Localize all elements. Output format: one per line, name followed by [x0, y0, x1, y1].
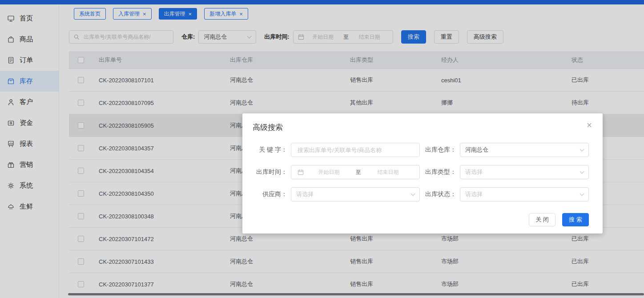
modal-date-range-picker[interactable]: 开始日期 至 结束日期 [291, 165, 420, 179]
close-icon[interactable]: × [587, 121, 592, 129]
modal-type-label: 出库类型： [423, 168, 456, 176]
keyword-label: 关 键 字： [253, 146, 287, 154]
keyword-input[interactable] [297, 146, 414, 154]
modal-footer: 关 闭 搜 索 [529, 213, 589, 226]
modal-status-placeholder: 请选择 [465, 190, 483, 198]
modal-close-button[interactable]: 关 闭 [529, 213, 555, 226]
end-date-placeholder: 结束日期 [363, 169, 413, 176]
modal-warehouse-select[interactable]: 河南总仓 [460, 143, 589, 157]
advanced-search-form: 关 键 字： 出库仓库： 河南总仓 出库时间： 开始日期 至 结束日期 出库类型… [253, 143, 589, 201]
chevron-down-icon [411, 191, 415, 196]
modal-time-label: 出库时间： [253, 168, 287, 176]
modal-warehouse-value: 河南总仓 [465, 146, 488, 154]
modal-supplier-label: 供应商： [253, 190, 287, 198]
modal-status-select[interactable]: 请选择 [460, 187, 589, 201]
modal-title: 高级搜索 [253, 122, 589, 133]
modal-type-select[interactable]: 请选择 [460, 165, 589, 179]
keyword-input-box[interactable] [291, 143, 420, 157]
chevron-down-icon [580, 169, 584, 173]
modal-status-label: 出库状态： [423, 190, 456, 198]
modal-warehouse-label: 出库仓库： [423, 146, 456, 154]
chevron-down-icon [580, 191, 584, 196]
start-date-placeholder: 开始日期 [304, 169, 354, 176]
modal-search-button[interactable]: 搜 索 [562, 213, 589, 226]
modal-type-placeholder: 请选择 [465, 168, 483, 176]
modal-supplier-placeholder: 请选择 [296, 190, 314, 198]
chevron-down-icon [580, 147, 584, 151]
date-to-label: 至 [354, 169, 363, 176]
advanced-search-modal: 高级搜索 × 关 键 字： 出库仓库： 河南总仓 出库时间： 开始日期 至 结束… [242, 113, 603, 234]
modal-supplier-select[interactable]: 请选择 [291, 187, 420, 201]
calendar-icon [298, 169, 304, 175]
